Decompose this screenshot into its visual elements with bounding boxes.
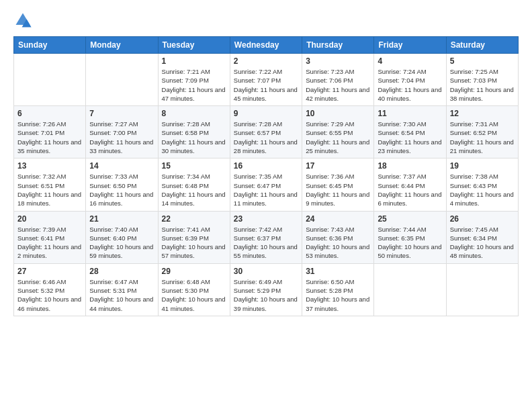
day-number: 19 (450, 161, 515, 171)
calendar-cell: 22Sunrise: 7:41 AM Sunset: 6:39 PM Dayli… (158, 211, 230, 263)
day-info: Sunrise: 7:42 AM Sunset: 6:37 PM Dayligh… (234, 225, 298, 261)
day-number: 28 (89, 267, 154, 276)
day-info: Sunrise: 7:21 AM Sunset: 7:09 PM Dayligh… (162, 67, 226, 103)
day-number: 9 (234, 109, 298, 118)
calendar-cell: 28Sunrise: 6:47 AM Sunset: 5:31 PM Dayli… (86, 263, 158, 316)
day-number: 29 (162, 267, 226, 276)
calendar-week-row: 20Sunrise: 7:39 AM Sunset: 6:41 PM Dayli… (14, 211, 519, 263)
calendar-cell (86, 54, 158, 106)
day-number: 3 (306, 56, 370, 66)
day-info: Sunrise: 7:25 AM Sunset: 7:03 PM Dayligh… (450, 67, 515, 103)
calendar-cell: 20Sunrise: 7:39 AM Sunset: 6:41 PM Dayli… (14, 211, 86, 263)
calendar-cell: 16Sunrise: 7:35 AM Sunset: 6:47 PM Dayli… (230, 158, 302, 211)
calendar-cell (14, 54, 86, 106)
calendar-cell: 12Sunrise: 7:31 AM Sunset: 6:52 PM Dayli… (446, 106, 518, 158)
day-number: 27 (17, 267, 82, 276)
weekday-header-friday: Friday (374, 37, 446, 54)
weekday-header-thursday: Thursday (302, 37, 374, 54)
calendar-cell: 30Sunrise: 6:49 AM Sunset: 5:29 PM Dayli… (230, 263, 302, 316)
day-info: Sunrise: 6:46 AM Sunset: 5:32 PM Dayligh… (17, 277, 82, 313)
calendar-cell: 29Sunrise: 6:48 AM Sunset: 5:30 PM Dayli… (158, 263, 230, 316)
day-info: Sunrise: 7:37 AM Sunset: 6:44 PM Dayligh… (378, 172, 442, 208)
logo-icon (13, 11, 32, 30)
calendar-week-row: 6Sunrise: 7:26 AM Sunset: 7:01 PM Daylig… (14, 106, 519, 158)
day-info: Sunrise: 7:23 AM Sunset: 7:06 PM Dayligh… (306, 67, 370, 103)
day-info: Sunrise: 7:28 AM Sunset: 6:57 PM Dayligh… (234, 120, 298, 155)
calendar-cell: 25Sunrise: 7:44 AM Sunset: 6:35 PM Dayli… (374, 211, 446, 263)
weekday-header-tuesday: Tuesday (158, 37, 230, 54)
day-number: 1 (162, 56, 226, 66)
calendar-week-row: 1Sunrise: 7:21 AM Sunset: 7:09 PM Daylig… (14, 54, 519, 106)
day-number: 4 (378, 56, 442, 66)
calendar-cell: 1Sunrise: 7:21 AM Sunset: 7:09 PM Daylig… (158, 54, 230, 106)
calendar-cell: 10Sunrise: 7:29 AM Sunset: 6:55 PM Dayli… (302, 106, 374, 158)
day-number: 14 (89, 161, 154, 171)
day-info: Sunrise: 6:48 AM Sunset: 5:30 PM Dayligh… (162, 277, 226, 313)
day-number: 18 (378, 161, 442, 171)
calendar-table: SundayMondayTuesdayWednesdayThursdayFrid… (13, 36, 519, 316)
page-header (13, 11, 519, 30)
day-info: Sunrise: 7:36 AM Sunset: 6:45 PM Dayligh… (306, 172, 370, 208)
calendar-cell: 27Sunrise: 6:46 AM Sunset: 5:32 PM Dayli… (14, 263, 86, 316)
day-number: 16 (234, 161, 298, 171)
day-number: 13 (17, 161, 82, 171)
day-number: 21 (89, 214, 154, 224)
calendar-cell: 3Sunrise: 7:23 AM Sunset: 7:06 PM Daylig… (302, 54, 374, 106)
day-number: 15 (162, 161, 226, 171)
calendar-cell: 17Sunrise: 7:36 AM Sunset: 6:45 PM Dayli… (302, 158, 374, 211)
day-info: Sunrise: 6:49 AM Sunset: 5:29 PM Dayligh… (234, 277, 298, 313)
day-info: Sunrise: 7:45 AM Sunset: 6:34 PM Dayligh… (450, 225, 515, 261)
calendar-cell: 6Sunrise: 7:26 AM Sunset: 7:01 PM Daylig… (14, 106, 86, 158)
day-info: Sunrise: 7:26 AM Sunset: 7:01 PM Dayligh… (17, 120, 82, 155)
day-number: 23 (234, 214, 298, 224)
day-number: 24 (306, 214, 370, 224)
calendar-cell: 24Sunrise: 7:43 AM Sunset: 6:36 PM Dayli… (302, 211, 374, 263)
day-info: Sunrise: 7:33 AM Sunset: 6:50 PM Dayligh… (89, 172, 154, 208)
day-number: 22 (162, 214, 226, 224)
calendar-week-row: 27Sunrise: 6:46 AM Sunset: 5:32 PM Dayli… (14, 263, 519, 316)
calendar-cell: 2Sunrise: 7:22 AM Sunset: 7:07 PM Daylig… (230, 54, 302, 106)
day-info: Sunrise: 6:50 AM Sunset: 5:28 PM Dayligh… (306, 277, 370, 313)
day-info: Sunrise: 7:31 AM Sunset: 6:52 PM Dayligh… (450, 120, 515, 155)
calendar-cell (374, 263, 446, 316)
day-info: Sunrise: 7:22 AM Sunset: 7:07 PM Dayligh… (234, 67, 298, 103)
weekday-header-sunday: Sunday (14, 37, 86, 54)
day-number: 25 (378, 214, 442, 224)
calendar-cell: 15Sunrise: 7:34 AM Sunset: 6:48 PM Dayli… (158, 158, 230, 211)
day-number: 26 (450, 214, 515, 224)
day-number: 6 (17, 109, 82, 118)
calendar-header-row: SundayMondayTuesdayWednesdayThursdayFrid… (14, 37, 519, 54)
calendar-cell: 26Sunrise: 7:45 AM Sunset: 6:34 PM Dayli… (446, 211, 518, 263)
calendar-cell: 9Sunrise: 7:28 AM Sunset: 6:57 PM Daylig… (230, 106, 302, 158)
day-info: Sunrise: 7:32 AM Sunset: 6:51 PM Dayligh… (17, 172, 82, 208)
calendar-cell: 31Sunrise: 6:50 AM Sunset: 5:28 PM Dayli… (302, 263, 374, 316)
day-info: Sunrise: 7:39 AM Sunset: 6:41 PM Dayligh… (17, 225, 82, 261)
day-number: 2 (234, 56, 298, 66)
day-number: 17 (306, 161, 370, 171)
weekday-header-wednesday: Wednesday (230, 37, 302, 54)
day-number: 31 (306, 267, 370, 276)
day-number: 11 (378, 109, 442, 118)
calendar-week-row: 13Sunrise: 7:32 AM Sunset: 6:51 PM Dayli… (14, 158, 519, 211)
day-number: 30 (234, 267, 298, 276)
calendar-cell: 5Sunrise: 7:25 AM Sunset: 7:03 PM Daylig… (446, 54, 518, 106)
day-info: Sunrise: 7:30 AM Sunset: 6:54 PM Dayligh… (378, 120, 442, 155)
day-number: 10 (306, 109, 370, 118)
day-info: Sunrise: 7:38 AM Sunset: 6:43 PM Dayligh… (450, 172, 515, 208)
day-info: Sunrise: 7:44 AM Sunset: 6:35 PM Dayligh… (378, 225, 442, 261)
day-info: Sunrise: 7:28 AM Sunset: 6:58 PM Dayligh… (162, 120, 226, 155)
day-info: Sunrise: 7:35 AM Sunset: 6:47 PM Dayligh… (234, 172, 298, 208)
calendar-cell: 14Sunrise: 7:33 AM Sunset: 6:50 PM Dayli… (86, 158, 158, 211)
day-number: 12 (450, 109, 515, 118)
day-info: Sunrise: 6:47 AM Sunset: 5:31 PM Dayligh… (89, 277, 154, 313)
calendar-cell: 23Sunrise: 7:42 AM Sunset: 6:37 PM Dayli… (230, 211, 302, 263)
day-info: Sunrise: 7:40 AM Sunset: 6:40 PM Dayligh… (89, 225, 154, 261)
calendar-cell: 13Sunrise: 7:32 AM Sunset: 6:51 PM Dayli… (14, 158, 86, 211)
calendar-cell: 7Sunrise: 7:27 AM Sunset: 7:00 PM Daylig… (86, 106, 158, 158)
calendar-cell: 18Sunrise: 7:37 AM Sunset: 6:44 PM Dayli… (374, 158, 446, 211)
calendar-cell (446, 263, 518, 316)
day-info: Sunrise: 7:29 AM Sunset: 6:55 PM Dayligh… (306, 120, 370, 155)
weekday-header-saturday: Saturday (446, 37, 518, 54)
day-info: Sunrise: 7:41 AM Sunset: 6:39 PM Dayligh… (162, 225, 226, 261)
day-info: Sunrise: 7:34 AM Sunset: 6:48 PM Dayligh… (162, 172, 226, 208)
